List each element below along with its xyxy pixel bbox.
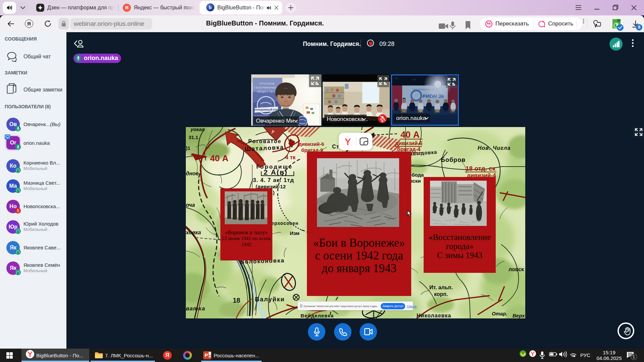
svg-text:ватка: ватка bbox=[186, 305, 205, 312]
svg-text:2 А(в): 2 А(в) bbox=[264, 168, 288, 176]
svg-text:18 отд. ск: 18 отд. ск bbox=[466, 165, 496, 172]
svg-text:оча: оча bbox=[186, 202, 195, 208]
svg-text:Валуйки: Валуйки bbox=[255, 296, 285, 303]
svg-text:Роговатое: Роговатое bbox=[248, 138, 281, 144]
svg-text:Николаевка: Николаевка bbox=[417, 313, 451, 318]
svg-text:)1: )1 bbox=[186, 145, 190, 151]
svg-text:orion.nauka: orion.nauka bbox=[396, 115, 426, 121]
svg-text:ховка: ховка bbox=[186, 230, 201, 235]
svg-text:Верх: Верх bbox=[513, 313, 525, 318]
svg-text:Бобров: Бобров bbox=[441, 157, 466, 163]
svg-text:дное: дное bbox=[186, 171, 199, 176]
svg-text:4 тк: 4 тк bbox=[285, 154, 296, 161]
svg-text:Изм: Изм bbox=[290, 230, 300, 236]
svg-text:Отар.: Отар. bbox=[492, 311, 507, 316]
svg-text:40 А: 40 А bbox=[210, 153, 228, 163]
svg-text:18: 18 bbox=[233, 297, 240, 304]
svg-text:ерхососен: ерхососен bbox=[271, 221, 299, 226]
svg-text:Ит. альп.: Ит. альп. bbox=[429, 285, 453, 290]
svg-text:кски: кски bbox=[410, 178, 421, 184]
svg-text:дивизий-6: дивизий-6 bbox=[299, 141, 324, 147]
svg-text:ловск: ловск bbox=[508, 266, 524, 272]
svg-text:Овчаренко Ми...: Овчаренко Ми... bbox=[256, 118, 299, 124]
svg-text:корп.: корп. bbox=[434, 291, 448, 297]
svg-text:40 А: 40 А bbox=[400, 130, 420, 140]
svg-text:Вейделевка: Вейделевка bbox=[301, 313, 334, 318]
svg-text:31.1: 31.1 bbox=[189, 134, 198, 140]
svg-text:дивизий-6: дивизий-6 bbox=[395, 140, 423, 146]
svg-text:Новопсковска...: Новопсковска... bbox=[327, 116, 368, 122]
svg-text:уокая: уокая bbox=[190, 127, 205, 132]
svg-text:3. 4. 7 ак. 1тд: 3. 4. 7 ак. 1тд bbox=[253, 177, 294, 183]
svg-text:Нов. Чигла: Нов. Чигла bbox=[478, 145, 511, 151]
